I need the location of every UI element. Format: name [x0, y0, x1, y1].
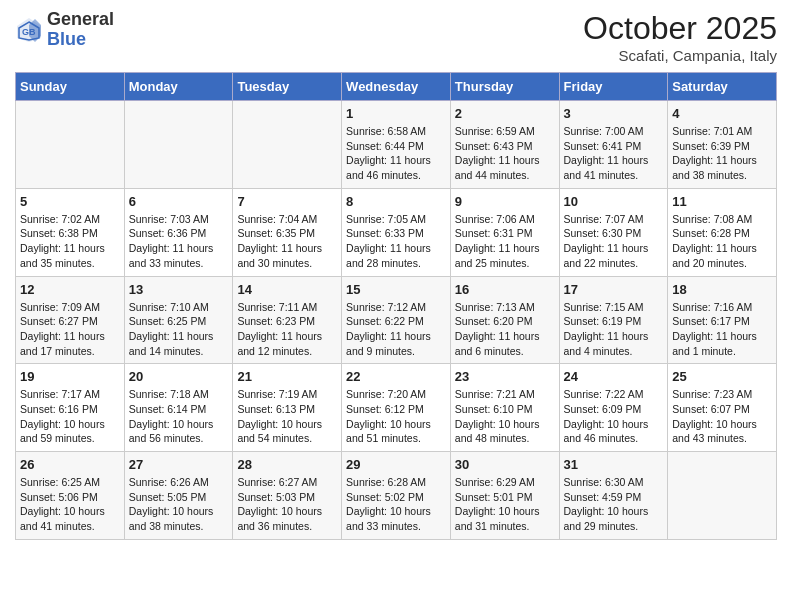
- calendar-cell: 17Sunrise: 7:15 AM Sunset: 6:19 PM Dayli…: [559, 276, 668, 364]
- day-number: 23: [455, 369, 555, 384]
- calendar-cell: 30Sunrise: 6:29 AM Sunset: 5:01 PM Dayli…: [450, 452, 559, 540]
- weekday-header-saturday: Saturday: [668, 73, 777, 101]
- day-number: 3: [564, 106, 664, 121]
- cell-sun-info: Sunrise: 7:13 AM Sunset: 6:20 PM Dayligh…: [455, 300, 555, 359]
- weekday-header-sunday: Sunday: [16, 73, 125, 101]
- weekday-header-row: SundayMondayTuesdayWednesdayThursdayFrid…: [16, 73, 777, 101]
- cell-sun-info: Sunrise: 7:06 AM Sunset: 6:31 PM Dayligh…: [455, 212, 555, 271]
- calendar-cell: 8Sunrise: 7:05 AM Sunset: 6:33 PM Daylig…: [342, 188, 451, 276]
- weekday-header-wednesday: Wednesday: [342, 73, 451, 101]
- cell-sun-info: Sunrise: 6:28 AM Sunset: 5:02 PM Dayligh…: [346, 475, 446, 534]
- cell-sun-info: Sunrise: 6:26 AM Sunset: 5:05 PM Dayligh…: [129, 475, 229, 534]
- cell-sun-info: Sunrise: 7:17 AM Sunset: 6:16 PM Dayligh…: [20, 387, 120, 446]
- cell-sun-info: Sunrise: 6:27 AM Sunset: 5:03 PM Dayligh…: [237, 475, 337, 534]
- day-number: 21: [237, 369, 337, 384]
- calendar-container: GB General Blue October 2025 Scafati, Ca…: [0, 0, 792, 550]
- day-number: 25: [672, 369, 772, 384]
- calendar-cell: 12Sunrise: 7:09 AM Sunset: 6:27 PM Dayli…: [16, 276, 125, 364]
- calendar-cell: [124, 101, 233, 189]
- cell-sun-info: Sunrise: 7:05 AM Sunset: 6:33 PM Dayligh…: [346, 212, 446, 271]
- cell-sun-info: Sunrise: 7:18 AM Sunset: 6:14 PM Dayligh…: [129, 387, 229, 446]
- calendar-cell: 1Sunrise: 6:58 AM Sunset: 6:44 PM Daylig…: [342, 101, 451, 189]
- calendar-cell: 5Sunrise: 7:02 AM Sunset: 6:38 PM Daylig…: [16, 188, 125, 276]
- logo-general-text: General: [47, 9, 114, 29]
- calendar-cell: 14Sunrise: 7:11 AM Sunset: 6:23 PM Dayli…: [233, 276, 342, 364]
- calendar-cell: 4Sunrise: 7:01 AM Sunset: 6:39 PM Daylig…: [668, 101, 777, 189]
- cell-sun-info: Sunrise: 7:21 AM Sunset: 6:10 PM Dayligh…: [455, 387, 555, 446]
- weekday-header-monday: Monday: [124, 73, 233, 101]
- day-number: 2: [455, 106, 555, 121]
- cell-sun-info: Sunrise: 7:01 AM Sunset: 6:39 PM Dayligh…: [672, 124, 772, 183]
- day-number: 7: [237, 194, 337, 209]
- weekday-header-friday: Friday: [559, 73, 668, 101]
- calendar-week-row: 26Sunrise: 6:25 AM Sunset: 5:06 PM Dayli…: [16, 452, 777, 540]
- logo-blue-text: Blue: [47, 29, 86, 49]
- day-number: 28: [237, 457, 337, 472]
- day-number: 17: [564, 282, 664, 297]
- calendar-cell: 23Sunrise: 7:21 AM Sunset: 6:10 PM Dayli…: [450, 364, 559, 452]
- cell-sun-info: Sunrise: 7:03 AM Sunset: 6:36 PM Dayligh…: [129, 212, 229, 271]
- day-number: 16: [455, 282, 555, 297]
- weekday-header-tuesday: Tuesday: [233, 73, 342, 101]
- calendar-week-row: 19Sunrise: 7:17 AM Sunset: 6:16 PM Dayli…: [16, 364, 777, 452]
- logo-icon: GB: [15, 16, 43, 44]
- day-number: 14: [237, 282, 337, 297]
- cell-sun-info: Sunrise: 7:16 AM Sunset: 6:17 PM Dayligh…: [672, 300, 772, 359]
- cell-sun-info: Sunrise: 7:22 AM Sunset: 6:09 PM Dayligh…: [564, 387, 664, 446]
- calendar-cell: 6Sunrise: 7:03 AM Sunset: 6:36 PM Daylig…: [124, 188, 233, 276]
- calendar-cell: 28Sunrise: 6:27 AM Sunset: 5:03 PM Dayli…: [233, 452, 342, 540]
- calendar-cell: [233, 101, 342, 189]
- cell-sun-info: Sunrise: 7:15 AM Sunset: 6:19 PM Dayligh…: [564, 300, 664, 359]
- day-number: 1: [346, 106, 446, 121]
- day-number: 10: [564, 194, 664, 209]
- calendar-cell: 11Sunrise: 7:08 AM Sunset: 6:28 PM Dayli…: [668, 188, 777, 276]
- calendar-cell: 21Sunrise: 7:19 AM Sunset: 6:13 PM Dayli…: [233, 364, 342, 452]
- calendar-cell: [16, 101, 125, 189]
- calendar-table: SundayMondayTuesdayWednesdayThursdayFrid…: [15, 72, 777, 540]
- day-number: 20: [129, 369, 229, 384]
- calendar-cell: 22Sunrise: 7:20 AM Sunset: 6:12 PM Dayli…: [342, 364, 451, 452]
- cell-sun-info: Sunrise: 7:19 AM Sunset: 6:13 PM Dayligh…: [237, 387, 337, 446]
- day-number: 9: [455, 194, 555, 209]
- calendar-week-row: 5Sunrise: 7:02 AM Sunset: 6:38 PM Daylig…: [16, 188, 777, 276]
- calendar-week-row: 1Sunrise: 6:58 AM Sunset: 6:44 PM Daylig…: [16, 101, 777, 189]
- calendar-cell: 15Sunrise: 7:12 AM Sunset: 6:22 PM Dayli…: [342, 276, 451, 364]
- cell-sun-info: Sunrise: 7:02 AM Sunset: 6:38 PM Dayligh…: [20, 212, 120, 271]
- day-number: 24: [564, 369, 664, 384]
- day-number: 15: [346, 282, 446, 297]
- calendar-cell: 29Sunrise: 6:28 AM Sunset: 5:02 PM Dayli…: [342, 452, 451, 540]
- month-title: October 2025: [583, 10, 777, 47]
- location-title: Scafati, Campania, Italy: [583, 47, 777, 64]
- cell-sun-info: Sunrise: 7:23 AM Sunset: 6:07 PM Dayligh…: [672, 387, 772, 446]
- title-block: October 2025 Scafati, Campania, Italy: [583, 10, 777, 64]
- calendar-cell: 19Sunrise: 7:17 AM Sunset: 6:16 PM Dayli…: [16, 364, 125, 452]
- cell-sun-info: Sunrise: 6:58 AM Sunset: 6:44 PM Dayligh…: [346, 124, 446, 183]
- calendar-cell: 13Sunrise: 7:10 AM Sunset: 6:25 PM Dayli…: [124, 276, 233, 364]
- cell-sun-info: Sunrise: 7:12 AM Sunset: 6:22 PM Dayligh…: [346, 300, 446, 359]
- cell-sun-info: Sunrise: 6:59 AM Sunset: 6:43 PM Dayligh…: [455, 124, 555, 183]
- cell-sun-info: Sunrise: 6:30 AM Sunset: 4:59 PM Dayligh…: [564, 475, 664, 534]
- cell-sun-info: Sunrise: 7:11 AM Sunset: 6:23 PM Dayligh…: [237, 300, 337, 359]
- calendar-cell: 9Sunrise: 7:06 AM Sunset: 6:31 PM Daylig…: [450, 188, 559, 276]
- calendar-cell: 20Sunrise: 7:18 AM Sunset: 6:14 PM Dayli…: [124, 364, 233, 452]
- cell-sun-info: Sunrise: 7:00 AM Sunset: 6:41 PM Dayligh…: [564, 124, 664, 183]
- calendar-cell: 27Sunrise: 6:26 AM Sunset: 5:05 PM Dayli…: [124, 452, 233, 540]
- day-number: 27: [129, 457, 229, 472]
- day-number: 29: [346, 457, 446, 472]
- calendar-cell: 25Sunrise: 7:23 AM Sunset: 6:07 PM Dayli…: [668, 364, 777, 452]
- day-number: 13: [129, 282, 229, 297]
- weekday-header-thursday: Thursday: [450, 73, 559, 101]
- cell-sun-info: Sunrise: 7:20 AM Sunset: 6:12 PM Dayligh…: [346, 387, 446, 446]
- svg-text:GB: GB: [22, 27, 36, 37]
- calendar-cell: 18Sunrise: 7:16 AM Sunset: 6:17 PM Dayli…: [668, 276, 777, 364]
- day-number: 4: [672, 106, 772, 121]
- calendar-cell: 26Sunrise: 6:25 AM Sunset: 5:06 PM Dayli…: [16, 452, 125, 540]
- calendar-cell: 7Sunrise: 7:04 AM Sunset: 6:35 PM Daylig…: [233, 188, 342, 276]
- cell-sun-info: Sunrise: 7:07 AM Sunset: 6:30 PM Dayligh…: [564, 212, 664, 271]
- cell-sun-info: Sunrise: 7:04 AM Sunset: 6:35 PM Dayligh…: [237, 212, 337, 271]
- cell-sun-info: Sunrise: 6:29 AM Sunset: 5:01 PM Dayligh…: [455, 475, 555, 534]
- calendar-cell: 3Sunrise: 7:00 AM Sunset: 6:41 PM Daylig…: [559, 101, 668, 189]
- cell-sun-info: Sunrise: 7:10 AM Sunset: 6:25 PM Dayligh…: [129, 300, 229, 359]
- calendar-cell: [668, 452, 777, 540]
- calendar-cell: 31Sunrise: 6:30 AM Sunset: 4:59 PM Dayli…: [559, 452, 668, 540]
